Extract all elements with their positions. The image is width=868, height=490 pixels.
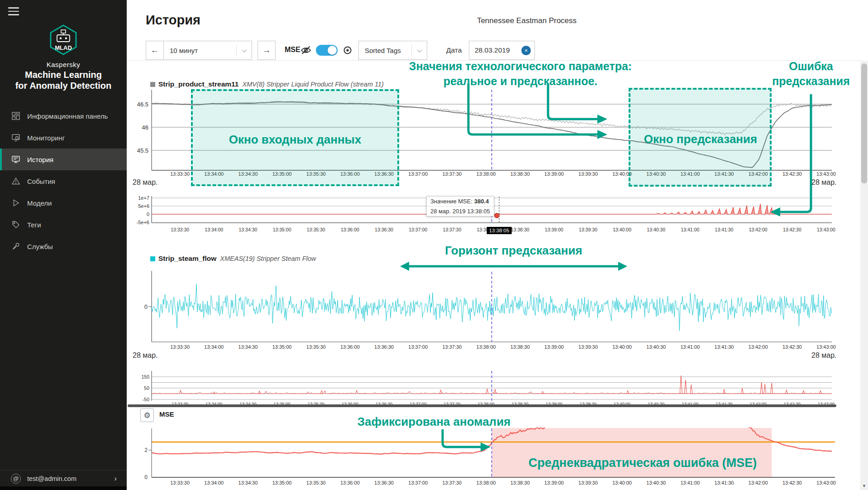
annotation-prediction-error-1: Ошибка	[789, 60, 833, 73]
tags-icon	[12, 221, 20, 229]
annotation-input-window: Окно входных данных	[229, 133, 362, 147]
brand-line2: for Anomaly Detection	[0, 80, 127, 91]
chevron-right-icon: ›	[114, 474, 117, 483]
account-email: test@admin.com	[27, 475, 114, 482]
tag1-legend-swatch	[150, 82, 155, 87]
scrollbar-thumb[interactable]	[861, 63, 867, 183]
tag1-name: Strip_product_stream11	[158, 80, 238, 88]
annotation-param-values-1: Значения технологического параметра:	[409, 60, 632, 73]
account-menu[interactable]: @ test@admin.com ›	[0, 470, 127, 486]
cursor-time-chip: 13:38:05	[487, 227, 512, 234]
user-avatar-icon: @	[11, 474, 21, 484]
mse-tooltip: Значение MSE: 380.4 28 мар. 2019 13:38:0…	[426, 196, 494, 216]
tag2-legend-swatch	[150, 256, 155, 261]
history-icon	[12, 155, 20, 163]
day-label: 28 мар.	[811, 178, 836, 187]
gear-button[interactable]: ⚙	[140, 408, 154, 422]
mlad-hexagon-icon: MLAD	[49, 24, 78, 55]
tag1-legend: Strip_product_stream11 XMV(8) Stripper L…	[150, 80, 384, 88]
sidebar-item-services[interactable]: Службы	[0, 235, 127, 257]
sidebar-item-label: Информационная панель	[27, 112, 108, 120]
day-label: 28 мар.	[133, 178, 157, 187]
svg-text:MLAD: MLAD	[55, 44, 72, 51]
monitoring-icon	[12, 134, 20, 142]
services-icon	[12, 242, 20, 250]
annotation-prediction-window: Окно предсказания	[644, 132, 757, 146]
app-logo: MLAD Kaspersky Machine Learning for Anom…	[0, 24, 127, 91]
tag2-name: Strip_steam_flow	[158, 255, 216, 263]
dashboard-icon	[12, 112, 20, 120]
sidebar-item-models[interactable]: Модели	[0, 192, 127, 214]
tag1-description: XMV(8) Stripper Liquid Product Flow (str…	[242, 81, 383, 88]
tag2-description: XMEAS(19) Stripper Steam Flow	[220, 255, 316, 262]
sidebar-item-label: Модели	[27, 199, 52, 207]
sidebar-bottom-strip	[0, 486, 127, 490]
menu-toggle-button[interactable]	[8, 7, 19, 16]
sidebar: MLAD Kaspersky Machine Learning for Anom…	[0, 0, 127, 490]
annotation-prediction-error-2: предсказания	[772, 75, 850, 88]
annotation-param-values-2: реальное и предсказанное.	[444, 75, 598, 88]
tag2-legend: Strip_steam_flow XMEAS(19) Stripper Stea…	[150, 255, 316, 263]
sidebar-item-label: Теги	[27, 221, 41, 229]
annotation-prediction-horizon: Горизонт предсказания	[445, 244, 582, 258]
sidebar-item-label: Службы	[27, 243, 53, 250]
brand-line1: Machine Learning	[0, 69, 127, 80]
sidebar-item-monitoring[interactable]: Мониторинг	[0, 127, 127, 149]
annotation-mse-caption: Среднеквадратическая ошибка (MSE)	[529, 456, 757, 470]
sidebar-item-dashboard[interactable]: Информационная панель	[0, 105, 127, 127]
tooltip-datetime: 28 мар. 2019 13:38:05	[427, 206, 494, 216]
mse-panel-label: MSE	[159, 410, 174, 418]
day-label: 28 мар.	[811, 351, 836, 360]
events-icon	[12, 177, 20, 185]
sidebar-item-label: Мониторинг	[27, 134, 65, 142]
brand-kaspersky: Kaspersky	[0, 61, 127, 68]
sidebar-item-label: История	[27, 156, 53, 163]
scrollbar-down-arrow[interactable]: ▼	[860, 482, 868, 490]
sidebar-item-label: События	[27, 178, 55, 185]
app-window: MLAD Kaspersky Machine Learning for Anom…	[0, 0, 868, 490]
models-icon	[12, 199, 20, 207]
sidebar-item-tags[interactable]: Теги	[0, 214, 127, 235]
tooltip-value: 380.4	[474, 198, 489, 205]
sidebar-item-history[interactable]: История	[0, 149, 127, 170]
tooltip-label: Значение MSE:	[430, 198, 472, 205]
scrollbar-track[interactable]: ▼	[860, 61, 868, 490]
annotation-anomaly-detected: Зафиксирована аномалия	[358, 415, 511, 429]
sidebar-item-events[interactable]: События	[0, 170, 127, 192]
splitter-handle[interactable]	[128, 404, 836, 407]
day-label: 28 мар.	[133, 351, 157, 360]
